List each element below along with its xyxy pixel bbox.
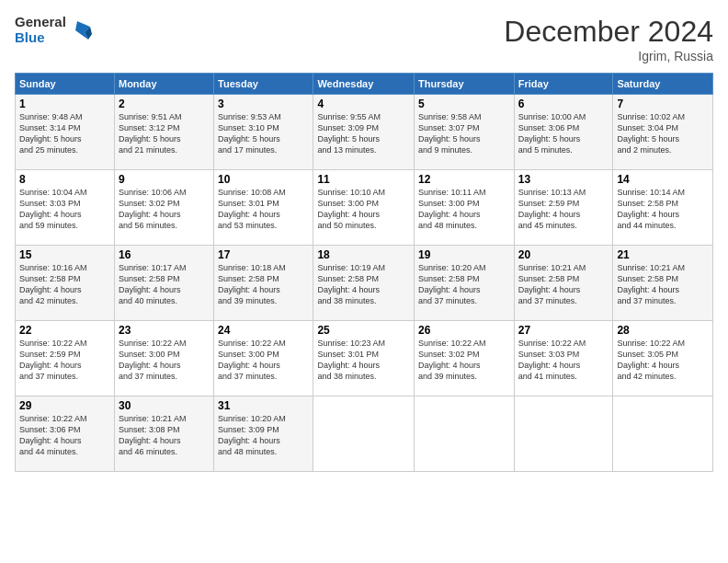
calendar-cell: 26Sunrise: 10:22 AMSunset: 3:02 PMDaylig… [415, 321, 515, 396]
calendar-cell: 25Sunrise: 10:23 AMSunset: 3:01 PMDaylig… [313, 321, 415, 396]
day-number: 7 [617, 98, 709, 110]
day-detail: Sunrise: 10:22 AMSunset: 3:05 PMDaylight… [617, 339, 685, 381]
day-detail: Sunrise: 10:02 AMSunset: 3:04 PMDaylight… [617, 112, 685, 155]
calendar-table: Sunday Monday Tuesday Wednesday Thursday… [15, 73, 713, 472]
day-detail: Sunrise: 10:20 AMSunset: 2:58 PMDaylight… [418, 263, 486, 305]
calendar-week-4: 22Sunrise: 10:22 AMSunset: 2:59 PMDaylig… [16, 321, 713, 396]
day-detail: Sunrise: 10:21 AMSunset: 2:58 PMDaylight… [617, 263, 685, 305]
col-thursday: Thursday [415, 74, 515, 95]
day-number: 13 [518, 173, 609, 186]
day-detail: Sunrise: 10:22 AMSunset: 3:02 PMDaylight… [418, 339, 486, 381]
calendar-cell: 29Sunrise: 10:22 AMSunset: 3:06 PMDaylig… [16, 396, 115, 472]
day-number: 2 [119, 98, 210, 110]
calendar-cell: 3Sunrise: 9:53 AMSunset: 3:10 PMDaylight… [214, 95, 313, 170]
day-number: 4 [317, 98, 410, 110]
calendar-cell: 24Sunrise: 10:22 AMSunset: 3:00 PMDaylig… [214, 321, 313, 396]
day-detail: Sunrise: 10:14 AMSunset: 2:58 PMDaylight… [617, 188, 685, 230]
month-title: December 2024 [504, 15, 713, 49]
day-detail: Sunrise: 9:58 AMSunset: 3:07 PMDaylight:… [418, 112, 482, 155]
calendar-week-3: 15Sunrise: 10:16 AMSunset: 2:58 PMDaylig… [16, 246, 713, 321]
day-detail: Sunrise: 10:21 AMSunset: 3:08 PMDaylight… [119, 414, 187, 456]
calendar-cell: 10Sunrise: 10:08 AMSunset: 3:01 PMDaylig… [214, 170, 313, 246]
day-number: 21 [617, 248, 709, 261]
day-detail: Sunrise: 10:10 AMSunset: 3:00 PMDaylight… [317, 188, 385, 230]
calendar-cell: 15Sunrise: 10:16 AMSunset: 2:58 PMDaylig… [16, 246, 115, 321]
calendar-cell: 16Sunrise: 10:17 AMSunset: 2:58 PMDaylig… [114, 246, 213, 321]
day-detail: Sunrise: 10:17 AMSunset: 2:58 PMDaylight… [119, 263, 187, 305]
day-detail: Sunrise: 10:19 AMSunset: 2:58 PMDaylight… [317, 263, 385, 305]
calendar-cell: 27Sunrise: 10:22 AMSunset: 3:03 PMDaylig… [514, 321, 613, 396]
day-detail: Sunrise: 10:22 AMSunset: 3:06 PMDaylight… [19, 414, 87, 456]
calendar-cell: 9Sunrise: 10:06 AMSunset: 3:02 PMDayligh… [114, 170, 213, 246]
day-detail: Sunrise: 10:22 AMSunset: 3:03 PMDaylight… [518, 339, 586, 381]
col-friday: Friday [514, 74, 613, 95]
page-header: General Blue December 2024 Igrim, Russia [15, 15, 713, 63]
calendar-cell: 23Sunrise: 10:22 AMSunset: 3:00 PMDaylig… [114, 321, 213, 396]
day-number: 5 [418, 98, 510, 110]
day-number: 16 [119, 248, 210, 261]
col-monday: Monday [114, 74, 213, 95]
day-detail: Sunrise: 10:22 AMSunset: 2:59 PMDaylight… [19, 339, 87, 381]
calendar-week-2: 8Sunrise: 10:04 AMSunset: 3:03 PMDayligh… [16, 170, 713, 246]
page-container: General Blue December 2024 Igrim, Russia… [0, 0, 728, 479]
day-number: 27 [518, 324, 609, 337]
day-number: 10 [218, 173, 309, 186]
day-detail: Sunrise: 10:04 AMSunset: 3:03 PMDaylight… [19, 188, 87, 230]
day-number: 15 [19, 248, 110, 261]
calendar-cell: 11Sunrise: 10:10 AMSunset: 3:00 PMDaylig… [313, 170, 415, 246]
day-number: 3 [218, 98, 309, 110]
day-number: 22 [19, 324, 110, 337]
day-number: 19 [418, 248, 510, 261]
calendar-cell: 13Sunrise: 10:13 AMSunset: 2:59 PMDaylig… [514, 170, 613, 246]
day-detail: Sunrise: 9:48 AMSunset: 3:14 PMDaylight:… [19, 112, 83, 155]
day-number: 11 [317, 173, 410, 186]
location: Igrim, Russia [504, 49, 713, 63]
day-detail: Sunrise: 9:53 AMSunset: 3:10 PMDaylight:… [218, 112, 281, 155]
day-number: 24 [218, 324, 309, 337]
calendar-week-5: 29Sunrise: 10:22 AMSunset: 3:06 PMDaylig… [16, 396, 713, 472]
day-number: 28 [617, 324, 709, 337]
logo: General Blue [15, 15, 94, 45]
calendar-cell [313, 396, 415, 472]
day-number: 12 [418, 173, 510, 186]
day-detail: Sunrise: 9:51 AMSunset: 3:12 PMDaylight:… [119, 112, 182, 155]
calendar-cell: 22Sunrise: 10:22 AMSunset: 2:59 PMDaylig… [16, 321, 115, 396]
calendar-cell [613, 396, 713, 472]
calendar-cell: 1Sunrise: 9:48 AMSunset: 3:14 PMDaylight… [16, 95, 115, 170]
day-number: 17 [218, 248, 309, 261]
col-sunday: Sunday [16, 74, 115, 95]
calendar-cell: 8Sunrise: 10:04 AMSunset: 3:03 PMDayligh… [16, 170, 115, 246]
calendar-cell: 7Sunrise: 10:02 AMSunset: 3:04 PMDayligh… [613, 95, 713, 170]
day-detail: Sunrise: 10:20 AMSunset: 3:09 PMDaylight… [218, 414, 286, 456]
col-saturday: Saturday [613, 74, 713, 95]
calendar-cell: 19Sunrise: 10:20 AMSunset: 2:58 PMDaylig… [415, 246, 515, 321]
calendar-cell: 30Sunrise: 10:21 AMSunset: 3:08 PMDaylig… [114, 396, 213, 472]
day-number: 18 [317, 248, 410, 261]
calendar-cell: 2Sunrise: 9:51 AMSunset: 3:12 PMDaylight… [114, 95, 213, 170]
day-detail: Sunrise: 10:13 AMSunset: 2:59 PMDaylight… [518, 188, 586, 230]
day-detail: Sunrise: 10:21 AMSunset: 2:58 PMDaylight… [518, 263, 586, 305]
calendar-cell: 28Sunrise: 10:22 AMSunset: 3:05 PMDaylig… [613, 321, 713, 396]
day-detail: Sunrise: 10:11 AMSunset: 3:00 PMDaylight… [418, 188, 486, 230]
calendar-cell: 18Sunrise: 10:19 AMSunset: 2:58 PMDaylig… [313, 246, 415, 321]
calendar-cell: 31Sunrise: 10:20 AMSunset: 3:09 PMDaylig… [214, 396, 313, 472]
day-number: 30 [119, 399, 210, 412]
day-number: 26 [418, 324, 510, 337]
day-number: 1 [19, 98, 110, 110]
day-detail: Sunrise: 10:22 AMSunset: 3:00 PMDaylight… [218, 339, 286, 381]
day-number: 23 [119, 324, 210, 337]
day-detail: Sunrise: 10:00 AMSunset: 3:06 PMDaylight… [518, 112, 586, 155]
day-number: 9 [119, 173, 210, 186]
day-detail: Sunrise: 10:22 AMSunset: 3:00 PMDaylight… [119, 339, 187, 381]
calendar-cell: 4Sunrise: 9:55 AMSunset: 3:09 PMDaylight… [313, 95, 415, 170]
calendar-cell: 14Sunrise: 10:14 AMSunset: 2:58 PMDaylig… [613, 170, 713, 246]
day-number: 25 [317, 324, 410, 337]
calendar-cell [415, 396, 515, 472]
col-wednesday: Wednesday [313, 74, 415, 95]
day-number: 14 [617, 173, 709, 186]
day-number: 31 [218, 399, 309, 412]
day-number: 8 [19, 173, 110, 186]
day-detail: Sunrise: 10:16 AMSunset: 2:58 PMDaylight… [19, 263, 87, 305]
calendar-cell: 6Sunrise: 10:00 AMSunset: 3:06 PMDayligh… [514, 95, 613, 170]
day-detail: Sunrise: 9:55 AMSunset: 3:09 PMDaylight:… [317, 112, 381, 155]
